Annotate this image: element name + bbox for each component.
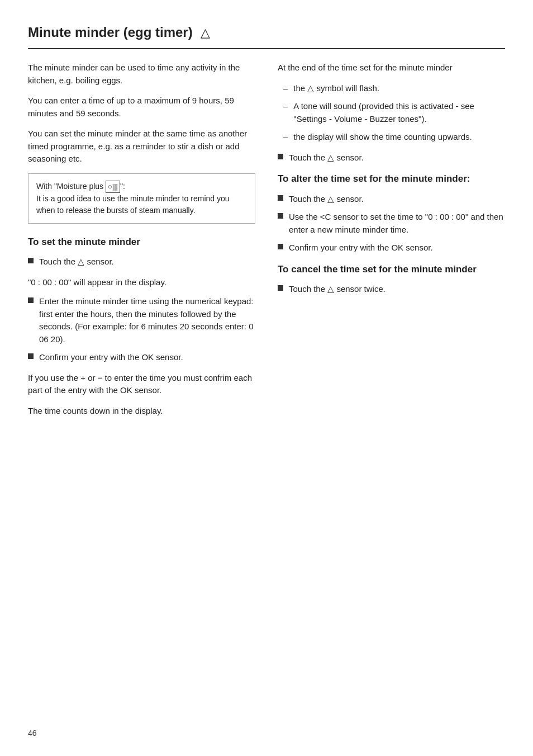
end-bullet-icon <box>278 154 283 159</box>
cancel-bullet-1: Touch the △ sensor twice. <box>278 283 505 296</box>
alter-bullet-icon-2 <box>278 213 283 219</box>
left-column: The minute minder can be used to time an… <box>28 62 255 425</box>
intro-para-2: You can enter a time of up to a maximum … <box>28 94 255 120</box>
end-bullet-list: Touch the △ sensor. <box>278 152 505 164</box>
title-text: Minute minder (egg timer) <box>28 25 193 40</box>
end-dash-3: the display will show the time counting … <box>278 131 505 144</box>
set-bullet-3-text: Confirm your entry with the OK sensor. <box>39 351 183 364</box>
alter-bullet-1-text: Touch the △ sensor. <box>289 193 364 206</box>
alter-bullet-3-text: Confirm your entry with the OK sensor. <box>289 242 433 254</box>
alter-section-heading: To alter the time set for the minute min… <box>278 172 505 186</box>
end-of-time-intro: At the end of the time set for the minut… <box>278 62 505 74</box>
info-box-prefix: With "Moisture plus <box>36 182 106 191</box>
bullet-icon-3 <box>28 353 34 359</box>
alter-bullet-icon-1 <box>278 195 283 201</box>
end-dash-2-text: A tone will sound (provided this is acti… <box>293 100 505 125</box>
set-bullet-2-text: Enter the minute minder time using the n… <box>39 295 255 346</box>
end-dash-1: the △ symbol will flash. <box>278 82 505 95</box>
set-bullet-list: Touch the △ sensor. <box>28 256 255 268</box>
set-bullet-3: Confirm your entry with the OK sensor. <box>28 351 255 364</box>
moisture-icon: ○||| <box>106 181 120 193</box>
alter-bullet-2-text: Use the <C sensor to set the time to "0 … <box>289 211 505 236</box>
cancel-bullet-icon-1 <box>278 285 283 291</box>
set-bullet-list-2: Enter the minute minder time using the n… <box>28 295 255 364</box>
page-title: Minute minder (egg timer) △ <box>28 22 505 49</box>
set-bullet-2: Enter the minute minder time using the n… <box>28 295 255 346</box>
alter-bullet-1: Touch the △ sensor. <box>278 193 505 206</box>
alter-bullet-2: Use the <C sensor to set the time to "0 … <box>278 211 505 236</box>
display-text: "0 : 00 : 00" will appear in the display… <box>28 276 255 289</box>
cancel-bullet-1-text: Touch the △ sensor twice. <box>289 283 386 296</box>
set-section-heading: To set the minute minder <box>28 235 255 249</box>
cancel-bullet-list: Touch the △ sensor twice. <box>278 283 505 296</box>
plus-minus-text: If you use the + or − to enter the time … <box>28 372 255 397</box>
end-dash-2: A tone will sound (provided this is acti… <box>278 100 505 125</box>
counts-down-text: The time counts down in the display. <box>28 405 255 418</box>
info-box: With "Moisture plus ○|||": It is a good … <box>28 173 255 224</box>
intro-para-1: The minute minder can be used to time an… <box>28 62 255 87</box>
cancel-section-heading: To cancel the time set for the minute mi… <box>278 262 505 277</box>
end-bullet-text: Touch the △ sensor. <box>289 152 364 164</box>
set-bullet-1-text: Touch the △ sensor. <box>39 256 114 268</box>
info-box-suffix: ": <box>120 182 125 191</box>
alter-bullet-icon-3 <box>278 244 283 249</box>
alter-bullet-list: Touch the △ sensor. Use the <C sensor to… <box>278 193 505 254</box>
set-bullet-1: Touch the △ sensor. <box>28 256 255 268</box>
end-dash-1-text: the △ symbol will flash. <box>293 82 379 95</box>
title-bell-icon: △ <box>201 26 210 40</box>
bullet-icon-1 <box>28 258 34 263</box>
alter-bullet-3: Confirm your entry with the OK sensor. <box>278 242 505 254</box>
info-box-text: It is a good idea to use the minute mind… <box>36 194 230 215</box>
end-bullet: Touch the △ sensor. <box>278 152 505 164</box>
intro-para-3: You can set the minute minder at the sam… <box>28 127 255 166</box>
right-column: At the end of the time set for the minut… <box>278 62 505 425</box>
end-of-time-list: the △ symbol will flash. A tone will sou… <box>278 82 505 144</box>
bullet-icon-2 <box>28 297 34 303</box>
end-dash-3-text: the display will show the time counting … <box>293 131 472 144</box>
